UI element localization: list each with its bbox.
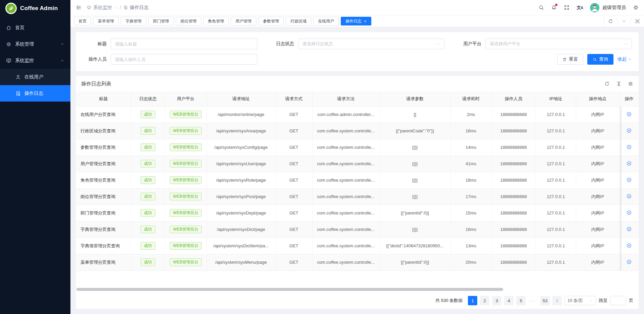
notification-bell-icon[interactable]: [551, 5, 557, 10]
cell: 内网IP: [576, 221, 620, 238]
cell: 行政区域分页查询: [76, 123, 131, 139]
cell: 14ms: [450, 139, 491, 155]
refresh-icon[interactable]: [604, 81, 610, 86]
settings-gear-icon[interactable]: [633, 5, 639, 10]
scrollbar-thumb[interactable]: [76, 288, 503, 291]
refresh-tab-icon[interactable]: [604, 15, 617, 27]
cell: 字典项管理分页查询: [76, 238, 131, 254]
search-button[interactable]: 查询: [587, 54, 613, 65]
cell: 成功: [131, 205, 165, 221]
cell: com.coffee.admin.controller...: [312, 106, 379, 123]
page-size-select[interactable]: 10 条/页: [565, 296, 596, 305]
breadcrumb-system-monitor[interactable]: 系统监控: [87, 5, 117, 11]
username[interactable]: 超级管理员: [602, 5, 626, 11]
cell: com.coffee.system.controlle...: [312, 238, 379, 254]
view-detail-icon[interactable]: [626, 226, 632, 232]
status-badge: 成功: [141, 176, 155, 184]
view-detail-icon[interactable]: [626, 210, 632, 215]
view-detail-icon[interactable]: [626, 177, 632, 183]
pagination: 共 530 条数据 12345···53 10 条/页 跳至 页: [76, 292, 639, 309]
tab-部门管理[interactable]: 部门管理: [148, 17, 174, 25]
view-detail-icon[interactable]: [626, 193, 632, 199]
table-row: 行政区域分页查询成功WEB管理后台/api/system/sysArea/pag…: [76, 123, 639, 139]
home-icon: [6, 25, 11, 30]
tab-参数管理[interactable]: 参数管理: [258, 17, 284, 25]
next-page-button[interactable]: [552, 296, 562, 305]
sidebar-item-label: 系统管理: [15, 41, 34, 47]
cell: com.coffee.system.controlle...: [312, 139, 379, 155]
column-settings-gear-icon[interactable]: [628, 81, 633, 86]
sidebar-item-online-users[interactable]: 在线用户: [0, 69, 70, 85]
close-tab-icon[interactable]: ×: [364, 19, 367, 23]
page-button-3[interactable]: 3: [492, 296, 501, 305]
log-icon: [123, 5, 128, 10]
cell: 内网IP: [576, 106, 620, 123]
status-badge: 成功: [141, 226, 155, 233]
column-header: IP地址: [536, 91, 576, 106]
tab-行政区域[interactable]: 行政区域: [286, 17, 311, 25]
jump-page-input[interactable]: [610, 296, 626, 305]
tab-label: 参数管理: [263, 18, 279, 24]
tab-岗位管理[interactable]: 岗位管理: [176, 17, 201, 25]
page-button-4[interactable]: 4: [504, 296, 514, 305]
page-button-1[interactable]: 1: [468, 296, 477, 305]
cell: [{}]: [379, 155, 450, 172]
chevron-right-icon: [555, 299, 559, 303]
cell: 127.0.0.1: [536, 221, 576, 238]
cell: 2ms: [450, 106, 491, 123]
log-status-select[interactable]: 请选择日志状态: [298, 39, 445, 49]
search-icon[interactable]: [538, 5, 544, 10]
app-logo[interactable]: Coffee Admin: [0, 0, 70, 17]
sidebar-item-home[interactable]: 首页: [0, 19, 70, 36]
maximize-content-icon[interactable]: [631, 15, 644, 27]
fullscreen-icon[interactable]: [564, 5, 570, 10]
jump-suffix-label: 页: [629, 298, 633, 304]
sidebar-item-system-monitor[interactable]: 系统监控: [0, 52, 70, 69]
page-button-5[interactable]: 5: [516, 296, 526, 305]
sidebar-item-system-management[interactable]: 系统管理: [0, 36, 70, 52]
action-cell: [620, 205, 639, 221]
status-badge: WEB管理后台: [170, 242, 202, 250]
cell: 127.0.0.1: [536, 188, 576, 205]
status-badge: WEB管理后台: [170, 176, 202, 184]
view-detail-icon[interactable]: [626, 128, 632, 133]
view-detail-icon[interactable]: [626, 243, 632, 248]
tab-首页[interactable]: 首页: [74, 17, 91, 25]
tab-options-chevron-icon[interactable]: [617, 15, 631, 27]
tab-在线用户[interactable]: 在线用户: [313, 17, 339, 25]
cell: 16ms: [450, 221, 491, 238]
operator-input[interactable]: [111, 54, 257, 65]
avatar[interactable]: [590, 3, 599, 12]
view-detail-icon[interactable]: [626, 144, 632, 150]
cell: 18888888888: [491, 123, 536, 139]
translate-icon[interactable]: 文A: [577, 5, 583, 11]
reset-button[interactable]: 重置: [557, 54, 583, 65]
collapse-sidebar-icon[interactable]: [76, 5, 82, 10]
more-pages-icon[interactable]: ···: [528, 298, 538, 303]
user-platform-select[interactable]: 请选择用户平台: [485, 39, 632, 49]
notification-dot: [555, 4, 557, 6]
row-height-icon[interactable]: [616, 81, 622, 86]
cell: 18888888888: [491, 172, 536, 188]
tab-label: 字典管理: [125, 18, 142, 24]
tab-操作日志[interactable]: 操作日志×: [341, 17, 371, 25]
cell: /api/system/sysRole/page: [207, 172, 275, 188]
view-detail-icon[interactable]: [626, 111, 632, 117]
collapse-filter-link[interactable]: 收起: [618, 56, 632, 62]
sidebar-item-operation-log[interactable]: 操作日志: [0, 85, 70, 102]
title-input[interactable]: [111, 39, 257, 49]
sidebar-item-label: 操作日志: [24, 90, 43, 97]
cell: 成功: [131, 139, 165, 155]
view-detail-icon[interactable]: [626, 161, 632, 166]
cell: 成功: [131, 221, 165, 238]
tab-字典管理[interactable]: 字典管理: [121, 17, 146, 25]
tab-角色管理[interactable]: 角色管理: [203, 17, 229, 25]
cell: com.coffee.system.controlle...: [312, 205, 379, 221]
tab-label: 岗位管理: [180, 18, 197, 24]
page-button-53[interactable]: 53: [540, 296, 550, 305]
tab-菜单管理[interactable]: 菜单管理: [93, 17, 119, 25]
page-button-2[interactable]: 2: [480, 296, 489, 305]
view-detail-icon[interactable]: [626, 259, 632, 265]
tab-用户管理[interactable]: 用户管理: [231, 17, 256, 25]
column-header: 用户平台: [165, 91, 207, 106]
